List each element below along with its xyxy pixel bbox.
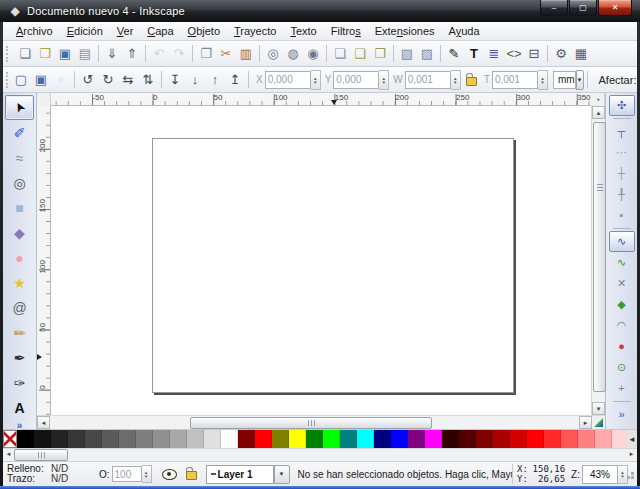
zoom-drawing-button[interactable]: ◍ <box>283 43 303 64</box>
redo-button[interactable]: ↷ <box>169 43 189 64</box>
minimize-button[interactable]: – <box>540 0 568 16</box>
menu-archivo[interactable]: Archivo <box>9 24 60 38</box>
y-spinner[interactable]: ▴▾ <box>379 70 389 90</box>
palette-swatch[interactable] <box>459 430 476 448</box>
width-spinner[interactable]: ▴▾ <box>451 70 461 90</box>
unlink-clone-button[interactable]: ❒ <box>370 43 390 64</box>
snap-intersections-button[interactable]: ✕ <box>609 273 635 294</box>
palette-swatch[interactable] <box>595 430 612 448</box>
layer-lock-icon[interactable] <box>186 471 197 480</box>
palette-swatch[interactable] <box>68 430 85 448</box>
menu-edicion[interactable]: Edición <box>60 24 110 38</box>
palette-swatch[interactable] <box>170 430 187 448</box>
height-spinner[interactable]: ▴▾ <box>538 70 548 90</box>
tool-pencil[interactable]: ✏ <box>5 320 34 345</box>
close-button[interactable]: ✕ <box>598 0 632 16</box>
palette-swatch[interactable] <box>51 430 68 448</box>
fill-stroke-indicator[interactable]: Relleno: N/D Trazo: N/D <box>3 464 93 484</box>
snap-cusp-nodes-button[interactable]: ◆ <box>609 294 635 315</box>
snap-object-centers-button[interactable]: ⊙ <box>609 357 635 378</box>
x-spinner[interactable]: ▴▾ <box>311 70 321 90</box>
vertical-scrollbar[interactable]: ▴ ▾ <box>591 106 605 415</box>
tool-text[interactable]: A <box>5 395 34 420</box>
horizontal-scroll-thumb[interactable] <box>190 417 432 429</box>
palette-swatch[interactable] <box>357 430 374 448</box>
height-field[interactable] <box>492 71 538 89</box>
tool-selector[interactable]: ➤ <box>5 95 34 120</box>
cms-toggle-button[interactable]: ◔ <box>591 93 605 106</box>
palette-swatch[interactable] <box>153 430 170 448</box>
align-dialog-button[interactable]: ⊟ <box>524 43 544 64</box>
fill-stroke-dialog-button[interactable]: ✎ <box>444 43 464 64</box>
scroll-left-button[interactable]: ◂ <box>37 416 50 429</box>
opacity-field[interactable] <box>112 466 142 482</box>
color-managed-view-toggle[interactable] <box>592 416 605 429</box>
palette-swatch[interactable] <box>374 430 391 448</box>
undo-button[interactable]: ↶ <box>149 43 169 64</box>
tool-ellipse[interactable]: ● <box>5 245 34 270</box>
menu-ayuda[interactable]: Ayuda <box>442 24 487 38</box>
palette-swatch[interactable] <box>323 430 340 448</box>
tool-spiral[interactable]: @ <box>5 295 34 320</box>
horizontal-scrollbar[interactable]: ◂ ▸ <box>37 415 605 429</box>
raise-to-top-button[interactable]: ↥ <box>225 69 245 90</box>
flip-horizontal-button[interactable]: ⇆ <box>118 69 138 90</box>
palette-scroll-thumb[interactable] <box>14 449 68 461</box>
zoom-field[interactable] <box>582 465 618 484</box>
lower-to-bottom-button[interactable]: ↧ <box>165 69 185 90</box>
paste-button[interactable]: ▥ <box>236 43 256 64</box>
palette-swatch[interactable] <box>476 430 493 448</box>
layers-dialog-button[interactable]: ≣ <box>484 43 504 64</box>
palette-swatch[interactable] <box>119 430 136 448</box>
palette-swatch[interactable] <box>289 430 306 448</box>
snap-toggle-button[interactable]: ✣ <box>609 95 635 116</box>
unit-dropdown-button[interactable]: ▼ <box>576 70 584 90</box>
new-document-button[interactable]: ❏ <box>15 43 35 64</box>
snap-bbox-edges-button[interactable]: ⋯ <box>609 142 635 163</box>
snap-bbox-centers-button[interactable]: ▪ <box>609 205 635 226</box>
duplicate-button[interactable]: ❏ <box>330 43 350 64</box>
palette-swatch[interactable] <box>544 430 561 448</box>
scroll-down-button[interactable]: ▾ <box>592 402 605 415</box>
ungroup-button[interactable]: ▨ <box>417 43 437 64</box>
zoom-page-button[interactable]: ◉ <box>303 43 323 64</box>
tool-star[interactable]: ★ <box>5 270 34 295</box>
lock-ratio-icon[interactable] <box>466 77 477 86</box>
import-button[interactable]: ⇓ <box>102 43 122 64</box>
menu-ver[interactable]: Ver <box>110 24 141 38</box>
palette-swatch[interactable] <box>425 430 442 448</box>
palette-swatch[interactable] <box>306 430 323 448</box>
toolbar-grip[interactable] <box>6 46 12 62</box>
palette-swatch[interactable] <box>391 430 408 448</box>
snap-bbox-button[interactable]: ┬ <box>609 121 635 142</box>
palette-swatch[interactable] <box>493 430 510 448</box>
preferences-button[interactable]: ⚙ <box>551 43 571 64</box>
palette-swatch[interactable] <box>272 430 289 448</box>
palette-overflow-button[interactable]: ◄ <box>627 430 637 448</box>
palette-swatch[interactable] <box>102 430 119 448</box>
palette-swatch[interactable] <box>204 430 221 448</box>
snap-nodes-button[interactable]: ∿ <box>609 231 635 252</box>
rotate-cw-button[interactable]: ↻ <box>98 69 118 90</box>
canvas[interactable] <box>51 106 591 415</box>
vertical-scroll-thumb[interactable] <box>593 122 606 392</box>
scroll-up-button[interactable]: ▴ <box>592 106 605 119</box>
tool-3dbox[interactable]: ◆ <box>5 220 34 245</box>
palette-scroll-left-button[interactable]: ◂ <box>3 449 14 459</box>
snap-paths-button[interactable]: ∿ <box>609 252 635 273</box>
palette-swatch[interactable] <box>255 430 272 448</box>
deselect-button[interactable]: ▫ <box>51 69 71 90</box>
current-layer-select[interactable]: Layer 1 <box>206 465 274 484</box>
lower-button[interactable]: ↓ <box>185 69 205 90</box>
raise-button[interactable]: ↑ <box>205 69 225 90</box>
palette-swatch[interactable] <box>136 430 153 448</box>
export-button[interactable]: ⇑ <box>122 43 142 64</box>
tool-rectangle[interactable]: ■ <box>5 195 34 220</box>
snap-smooth-nodes-button[interactable]: ◠ <box>609 315 635 336</box>
palette-swatch[interactable] <box>238 430 255 448</box>
horizontal-ruler[interactable]: -50050100150200250300350 <box>51 93 591 106</box>
snap-rotation-centers-button[interactable]: + <box>609 378 635 399</box>
palette-scrollbar[interactable]: ◂ ▸ <box>3 448 637 462</box>
palette-swatch-none[interactable] <box>3 430 17 448</box>
select-all-button[interactable]: ▢ <box>11 69 31 90</box>
